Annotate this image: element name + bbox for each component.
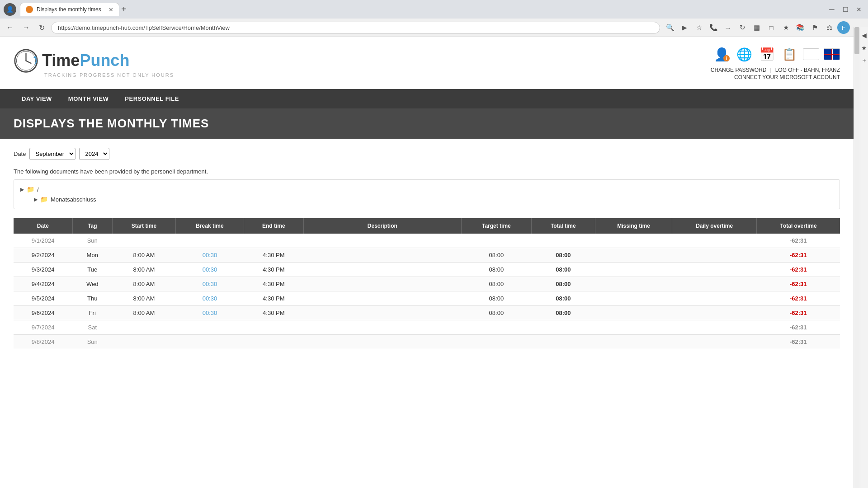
favorites-icon[interactable]: ☆ <box>693 21 705 34</box>
connect-microsoft-link[interactable]: CONNECT YOUR MICROSOFT ACCOUNT <box>734 74 840 80</box>
tree-root-row[interactable]: ▶ 📁 / <box>20 184 833 194</box>
nav-month-view[interactable]: MONTH VIEW <box>60 89 117 108</box>
scrollbar-track[interactable] <box>854 27 860 488</box>
document-tree: ▶ 📁 / ▶ 📁 Monatsabschluss <box>14 179 840 209</box>
nav-day-view[interactable]: DAY VIEW <box>14 89 60 108</box>
table-cell <box>303 263 461 277</box>
table-cell: 00:30 <box>176 248 244 263</box>
separator: | <box>770 67 772 73</box>
log-off-link[interactable]: LOG OFF - BAHN, FRANZ <box>775 67 840 73</box>
table-cell <box>672 306 757 320</box>
header-link-bar: CHANGE PASSWORD | LOG OFF - BAHN, FRANZ <box>711 67 840 73</box>
read-aloud-icon[interactable]: ▶ <box>678 21 691 34</box>
table-cell: 4:30 PM <box>244 277 303 291</box>
minimize-button[interactable]: ─ <box>826 4 837 15</box>
table-cell: Fri <box>72 306 112 320</box>
table-cell: Sat <box>72 320 112 335</box>
sidebar-star-icon[interactable]: ★ <box>861 44 867 52</box>
flags-icon[interactable]: ⚑ <box>808 21 821 34</box>
logo-tagline: TRACKING PROGRESS NOT ONLY HOURS <box>44 72 174 78</box>
table-row: 9/7/2024Sat-62:31 <box>14 320 840 335</box>
user-info-icon[interactable]: 👤 i <box>712 45 731 63</box>
table-cell <box>303 234 461 248</box>
col-target-time: Target time <box>461 218 531 234</box>
table-cell <box>672 263 757 277</box>
table-cell: 00:30 <box>176 277 244 291</box>
table-cell: -62:31 <box>757 291 840 306</box>
documents-section: The following documents have been provid… <box>14 168 840 209</box>
profile-icon[interactable]: 👤 <box>4 3 16 16</box>
table-cell: Thu <box>72 291 112 306</box>
table-cell: 08:00 <box>531 248 595 263</box>
table-cell: 4:30 PM <box>244 248 303 263</box>
table-cell: 9/6/2024 <box>14 306 72 320</box>
col-date: Date <box>14 218 72 234</box>
scrollbar-thumb[interactable] <box>854 27 859 54</box>
new-tab-button[interactable]: + <box>121 4 127 14</box>
table-cell <box>244 320 303 335</box>
forward-button[interactable]: → <box>20 22 33 33</box>
extensions-icon[interactable]: ⚖ <box>823 21 835 34</box>
document-icon[interactable]: 📋 <box>780 45 798 63</box>
add-icon[interactable]: □ <box>765 21 778 34</box>
calendar-icon[interactable]: 📅 <box>758 45 776 63</box>
monatsabschluss-row[interactable]: ▶ 📁 Monatsabschluss <box>34 194 833 204</box>
address-bar[interactable]: https://demo.timepunch-hub.com/TpSelfSer… <box>51 22 660 34</box>
browser-nav-bar: ← → ↻ https://demo.timepunch-hub.com/TpS… <box>0 19 868 37</box>
col-missing-time: Missing time <box>595 218 672 234</box>
month-select[interactable]: September October November December Janu… <box>29 148 75 160</box>
table-cell: 9/5/2024 <box>14 291 72 306</box>
table-cell <box>112 234 175 248</box>
table-row: 9/1/2024Sun-62:31 <box>14 234 840 248</box>
table-cell: 8:00 AM <box>112 291 175 306</box>
logo-brand: TimePunch <box>42 51 129 70</box>
col-end-time: End time <box>244 218 303 234</box>
table-cell: 08:00 <box>531 306 595 320</box>
sidebar-expand-icon[interactable]: ◀ <box>862 32 867 39</box>
year-select[interactable]: 2022 2023 2024 2025 <box>79 148 109 160</box>
browser-title-bar: 👤 Displays the monthly times ✕ + ─ ☐ ✕ <box>0 0 868 19</box>
table-cell <box>303 306 461 320</box>
root-folder-label: / <box>37 186 39 193</box>
table-row: 9/4/2024Wed8:00 AM00:304:30 PM08:0008:00… <box>14 277 840 291</box>
reload-button[interactable]: ↻ <box>36 22 47 34</box>
star-icon[interactable]: ★ <box>779 21 792 34</box>
table-cell <box>595 335 672 349</box>
table-cell: 9/1/2024 <box>14 234 72 248</box>
table-cell <box>176 320 244 335</box>
browser-tab-active[interactable]: Displays the monthly times ✕ <box>20 3 119 16</box>
tab-close-button[interactable]: ✕ <box>108 6 113 13</box>
search-icon[interactable]: 🔍 <box>664 21 676 34</box>
table-cell: 08:00 <box>461 263 531 277</box>
table-cell <box>595 234 672 248</box>
col-total-time: Total time <box>531 218 595 234</box>
forward-nav-icon[interactable]: → <box>722 21 734 34</box>
change-password-link[interactable]: CHANGE PASSWORD <box>711 67 767 73</box>
back-button[interactable]: ← <box>4 22 16 33</box>
main-nav: DAY VIEW MONTH VIEW PERSONNEL FILE <box>0 89 854 108</box>
maximize-button[interactable]: ☐ <box>840 4 851 15</box>
profile-menu-icon[interactable]: F <box>837 21 850 34</box>
phone-icon[interactable]: 📞 <box>707 21 720 34</box>
sub-folder-label: Monatsabschluss <box>51 196 96 203</box>
sidebar-plus-icon[interactable]: + <box>862 57 866 64</box>
german-flag-icon[interactable] <box>803 48 819 60</box>
table-cell: 08:00 <box>461 248 531 263</box>
nav-personnel-file[interactable]: PERSONNEL FILE <box>117 89 187 108</box>
language-icon[interactable]: 🌐 <box>735 45 753 63</box>
table-row: 9/8/2024Sun-62:31 <box>14 335 840 349</box>
table-cell <box>303 277 461 291</box>
table-cell <box>595 320 672 335</box>
uk-flag-icon[interactable] <box>824 48 840 60</box>
refresh-icon[interactable]: ↻ <box>736 21 749 34</box>
table-cell: 9/3/2024 <box>14 263 72 277</box>
table-cell <box>531 320 595 335</box>
table-cell: -62:31 <box>757 277 840 291</box>
table-cell: 9/7/2024 <box>14 320 72 335</box>
table-cell <box>672 291 757 306</box>
close-button[interactable]: ✕ <box>854 4 864 15</box>
split-view-icon[interactable]: ▦ <box>750 21 763 34</box>
collections-icon[interactable]: 📚 <box>794 21 807 34</box>
table-cell: 9/4/2024 <box>14 277 72 291</box>
svg-line-3 <box>26 61 31 63</box>
